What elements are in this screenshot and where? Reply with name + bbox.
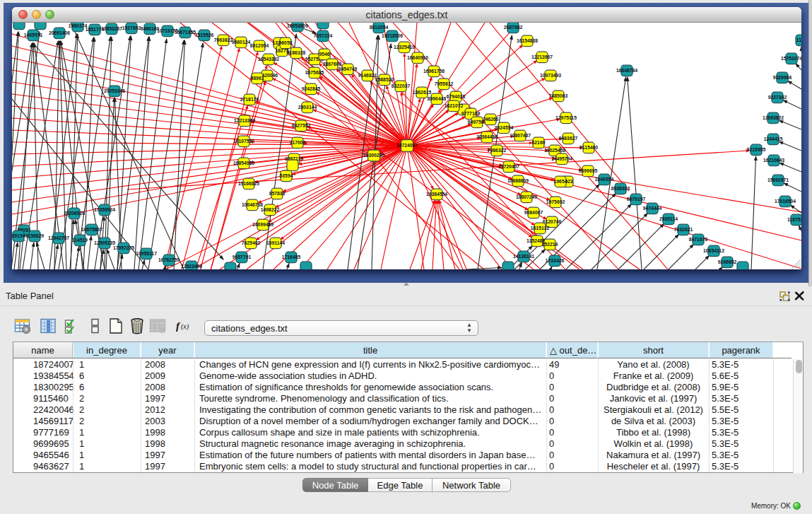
svg-text:12505135: 12505135 xyxy=(94,240,115,245)
svg-text:8813054: 8813054 xyxy=(370,25,389,30)
svg-text:7632621: 7632621 xyxy=(674,227,693,232)
svg-text:7357224: 7357224 xyxy=(314,33,333,38)
svg-text:1615132: 1615132 xyxy=(531,226,550,230)
svg-text:7625402: 7625402 xyxy=(242,240,261,245)
svg-text:317006: 317006 xyxy=(290,140,306,145)
svg-text:12093822: 12093822 xyxy=(763,115,784,120)
svg-text:10853267: 10853267 xyxy=(101,26,122,31)
svg-text:16053809: 16053809 xyxy=(287,23,308,28)
svg-text:1362615: 1362615 xyxy=(413,90,432,95)
svg-text:2687682: 2687682 xyxy=(504,25,523,30)
svg-text:20053346: 20053346 xyxy=(104,88,125,93)
svg-text:1640954: 1640954 xyxy=(595,177,614,182)
svg-text:1960374: 1960374 xyxy=(69,23,88,28)
svg-text:9777169: 9777169 xyxy=(461,111,481,116)
svg-text:1498222: 1498222 xyxy=(261,207,280,212)
svg-text:1117: 1117 xyxy=(796,37,801,42)
svg-text:15720407: 15720407 xyxy=(498,164,519,169)
svg-text:7485063: 7485063 xyxy=(549,93,568,98)
svg-text:6879197: 6879197 xyxy=(627,197,646,201)
svg-text:98961: 98961 xyxy=(251,76,264,81)
svg-text:9463627: 9463627 xyxy=(559,136,578,141)
svg-text:10688609: 10688609 xyxy=(507,178,529,183)
svg-text:9084067: 9084067 xyxy=(524,210,543,215)
svg-text:1167533: 1167533 xyxy=(787,217,801,222)
svg-text:16640910: 16640910 xyxy=(407,55,428,60)
svg-text:8427552: 8427552 xyxy=(292,123,311,128)
svg-text:16543382: 16543382 xyxy=(258,57,279,62)
svg-text:9546: 9546 xyxy=(319,52,329,57)
svg-text:9242845: 9242845 xyxy=(302,86,321,91)
svg-text:9329966: 9329966 xyxy=(773,75,792,80)
svg-text:9146821: 9146821 xyxy=(358,73,377,78)
svg-text:1691144: 1691144 xyxy=(266,240,285,245)
svg-text:10975867: 10975867 xyxy=(81,227,102,232)
svg-text:18807249: 18807249 xyxy=(516,194,537,199)
svg-text:746266: 746266 xyxy=(483,117,499,122)
svg-text:3875685: 3875685 xyxy=(305,70,324,75)
svg-text:1588520: 1588520 xyxy=(375,77,394,82)
svg-text:f: f xyxy=(176,320,181,332)
svg-text:9474444: 9474444 xyxy=(643,206,662,211)
svg-text:10046738: 10046738 xyxy=(242,202,263,207)
svg-text:6120746: 6120746 xyxy=(543,219,562,224)
svg-text:53594: 53594 xyxy=(280,173,293,178)
svg-text:114519: 114519 xyxy=(72,238,88,243)
svg-text:(x): (x) xyxy=(181,322,189,331)
svg-text:8938923: 8938923 xyxy=(611,186,630,191)
svg-text:20364436: 20364436 xyxy=(476,134,498,139)
svg-text:7986322: 7986322 xyxy=(488,148,507,153)
svg-text:15751074: 15751074 xyxy=(781,56,801,61)
svg-text:2718176: 2718176 xyxy=(240,97,259,102)
svg-text:2935114: 2935114 xyxy=(659,216,678,221)
svg-text:9245652: 9245652 xyxy=(718,259,737,264)
svg-text:16961758: 16961758 xyxy=(423,69,445,74)
svg-text:2867608: 2867608 xyxy=(323,62,342,66)
svg-text:18724007: 18724007 xyxy=(396,143,418,148)
svg-text:19218506: 19218506 xyxy=(382,33,403,38)
svg-text:96058: 96058 xyxy=(279,40,293,45)
svg-text:16648784: 16648784 xyxy=(616,68,637,73)
svg-text:3624554: 3624554 xyxy=(495,125,514,130)
svg-text:12923466: 12923466 xyxy=(181,264,202,269)
svg-text:12942757: 12942757 xyxy=(48,235,69,240)
svg-text:10973493: 10973493 xyxy=(540,73,561,78)
svg-text:8215955: 8215955 xyxy=(747,147,766,152)
svg-text:15692971: 15692971 xyxy=(767,177,789,182)
svg-text:1716485: 1716485 xyxy=(282,255,301,259)
svg-text:17016504: 17016504 xyxy=(775,199,796,204)
svg-text:252214: 252214 xyxy=(542,242,558,247)
svg-text:12213967: 12213967 xyxy=(531,54,553,59)
svg-text:20206526: 20206526 xyxy=(64,211,85,216)
svg-text:12325419: 12325419 xyxy=(394,45,415,49)
svg-text:10654112: 10654112 xyxy=(703,248,724,253)
svg-text:16154838: 16154838 xyxy=(517,38,538,43)
svg-text:14495794: 14495794 xyxy=(551,156,572,161)
svg-text:19654: 19654 xyxy=(554,179,567,184)
svg-text:16107552: 16107552 xyxy=(233,139,254,144)
svg-text:17359924: 17359924 xyxy=(94,207,115,212)
svg-text:7955812: 7955812 xyxy=(435,81,454,86)
svg-text:8454749: 8454749 xyxy=(339,66,358,71)
svg-text:16671355: 16671355 xyxy=(175,30,196,35)
svg-text:7515526: 7515526 xyxy=(195,33,214,37)
svg-text:10807487: 10807487 xyxy=(510,133,531,138)
svg-text:62160: 62160 xyxy=(532,140,546,145)
svg-text:1733426: 1733426 xyxy=(546,258,565,263)
svg-text:9699695: 9699695 xyxy=(579,168,598,173)
svg-text:16782759: 16782759 xyxy=(158,257,180,262)
svg-text:12975115: 12975115 xyxy=(555,115,577,120)
svg-text:6794028: 6794028 xyxy=(447,94,466,99)
svg-text:1244415: 1244415 xyxy=(764,136,783,141)
svg-text:1975692: 1975692 xyxy=(546,199,565,204)
svg-text:18300295: 18300295 xyxy=(363,153,384,158)
svg-text:1156829: 1156829 xyxy=(25,233,44,238)
svg-text:10958117: 10958117 xyxy=(136,251,157,256)
svg-text:16854985: 16854985 xyxy=(233,160,254,165)
svg-text:10025458: 10025458 xyxy=(544,148,565,153)
svg-text:8912954: 8912954 xyxy=(250,43,269,48)
svg-text:8471676: 8471676 xyxy=(689,237,708,242)
svg-text:12213369: 12213369 xyxy=(234,118,255,123)
svg-text:19384554: 19384554 xyxy=(426,192,447,197)
svg-text:16210643: 16210643 xyxy=(763,158,784,163)
